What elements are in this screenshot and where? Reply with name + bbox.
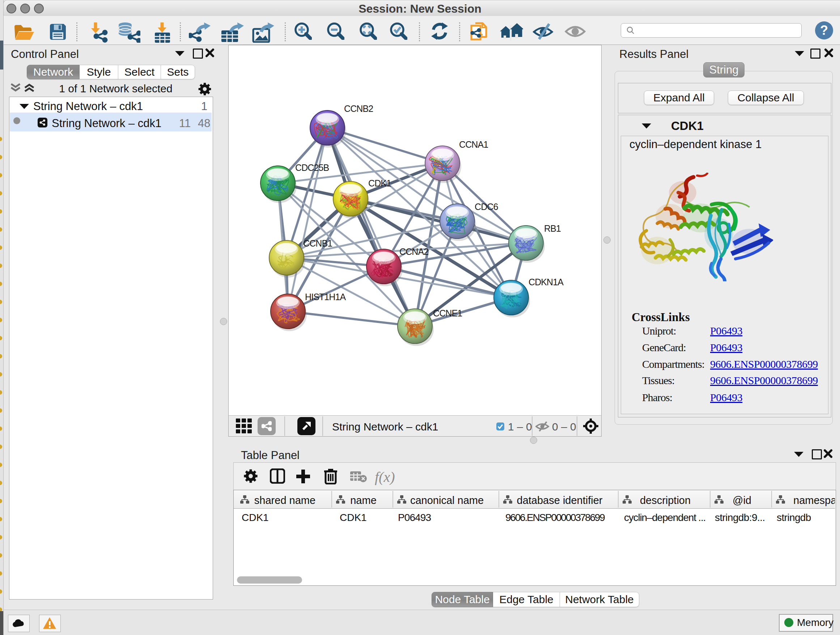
- svg-text:CDC6: CDC6: [475, 202, 498, 212]
- svg-text:CDK1: CDK1: [368, 178, 391, 188]
- svg-text:CCNA2: CCNA2: [399, 247, 428, 257]
- svg-text:CDKN1A: CDKN1A: [529, 277, 564, 287]
- svg-text:CCNE1: CCNE1: [433, 308, 462, 318]
- svg-text:HIST1H1A: HIST1H1A: [305, 292, 346, 302]
- svg-text:CCNB2: CCNB2: [344, 103, 373, 114]
- svg-text:CCNB1: CCNB1: [303, 238, 332, 249]
- svg-text:RB1: RB1: [544, 223, 561, 233]
- svg-text:CCNA1: CCNA1: [459, 139, 488, 149]
- svg-text:CDC25B: CDC25B: [295, 163, 329, 173]
